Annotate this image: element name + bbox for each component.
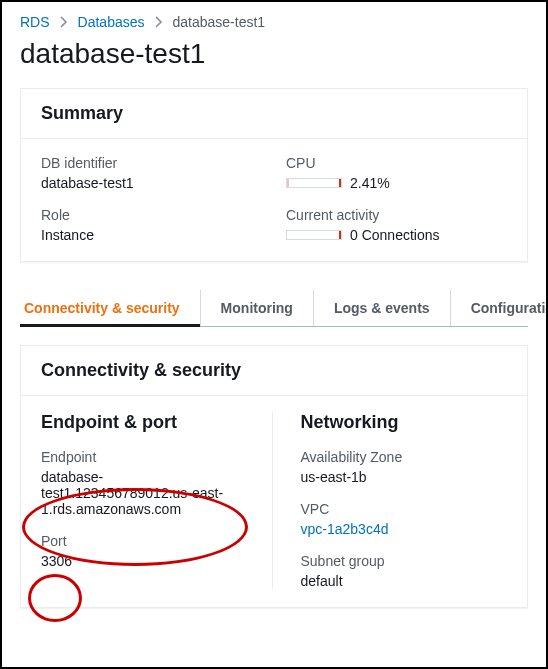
page-title: database-test1 xyxy=(2,38,546,88)
tab-monitoring[interactable]: Monitoring xyxy=(200,290,313,326)
db-identifier-value: database-test1 xyxy=(41,175,262,191)
cpu-meter xyxy=(286,178,342,188)
breadcrumb-databases[interactable]: Databases xyxy=(78,14,145,30)
subnet-label: Subnet group xyxy=(301,553,508,569)
chevron-right-icon xyxy=(155,16,163,28)
cpu-text: 2.41% xyxy=(350,175,390,191)
endpoint-port-title: Endpoint & port xyxy=(41,412,248,433)
activity-label: Current activity xyxy=(286,207,507,223)
breadcrumb-current: database-test1 xyxy=(173,14,266,30)
tab-configuration[interactable]: Configuration xyxy=(450,290,548,326)
tabs: Connectivity & security Monitoring Logs … xyxy=(20,290,528,327)
cpu-value: 2.41% xyxy=(286,175,507,191)
vpc-label: VPC xyxy=(301,501,508,517)
connectivity-header: Connectivity & security xyxy=(21,346,527,396)
endpoint-label: Endpoint xyxy=(41,449,248,465)
summary-panel: Summary DB identifier database-test1 Rol… xyxy=(20,88,528,262)
activity-meter xyxy=(286,230,342,240)
tab-connectivity[interactable]: Connectivity & security xyxy=(20,290,200,326)
activity-text: 0 Connections xyxy=(350,227,440,243)
connectivity-panel: Connectivity & security Endpoint & port … xyxy=(20,345,528,608)
az-label: Availability Zone xyxy=(301,449,508,465)
role-value: Instance xyxy=(41,227,262,243)
tab-logs[interactable]: Logs & events xyxy=(313,290,450,326)
endpoint-value: database-test1.123456789012.us-east-1.rd… xyxy=(41,469,248,517)
role-label: Role xyxy=(41,207,262,223)
chevron-right-icon xyxy=(60,16,68,28)
activity-value: 0 Connections xyxy=(286,227,507,243)
port-label: Port xyxy=(41,533,248,549)
summary-header: Summary xyxy=(21,89,527,139)
cpu-label: CPU xyxy=(286,155,507,171)
az-value: us-east-1b xyxy=(301,469,508,485)
vpc-link[interactable]: vpc-1a2b3c4d xyxy=(301,521,389,537)
port-value: 3306 xyxy=(41,553,248,569)
networking-title: Networking xyxy=(301,412,508,433)
db-identifier-label: DB identifier xyxy=(41,155,262,171)
subnet-value: default xyxy=(301,573,508,589)
breadcrumb-rds[interactable]: RDS xyxy=(20,14,50,30)
breadcrumb: RDS Databases database-test1 xyxy=(2,2,546,38)
